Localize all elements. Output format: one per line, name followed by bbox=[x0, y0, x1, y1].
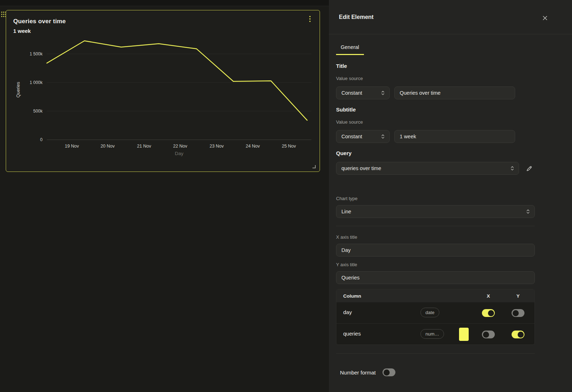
query-select[interactable]: queries over time bbox=[336, 162, 519, 175]
y-tick-label: 1 000k bbox=[30, 80, 43, 85]
chart-type-select[interactable]: Line bbox=[336, 205, 535, 218]
subtitle-source-value: Constant bbox=[341, 134, 381, 139]
day-y-toggle[interactable] bbox=[512, 309, 524, 317]
title-section-heading: Title bbox=[336, 63, 347, 69]
subtitle-source-select[interactable]: Constant bbox=[336, 130, 390, 143]
section-divider bbox=[336, 226, 535, 226]
y-tick-label: 0 bbox=[40, 137, 43, 142]
header-divider bbox=[329, 34, 572, 34]
pencil-icon bbox=[526, 165, 533, 172]
tab-general[interactable]: General bbox=[336, 40, 364, 55]
x-tick-label: 20 Nov bbox=[100, 144, 115, 149]
type-badge: num… bbox=[420, 329, 444, 339]
series-color-swatch[interactable] bbox=[459, 328, 469, 341]
table-row-day: day date bbox=[336, 302, 534, 323]
type-badge: date bbox=[420, 308, 439, 317]
y-axis-title-value: Queries bbox=[341, 275, 530, 281]
subtitle-value-input[interactable]: 1 week bbox=[394, 130, 515, 143]
panel-title: Edit Element bbox=[339, 14, 374, 20]
toggle-knob bbox=[483, 332, 489, 338]
title-value-source-label: Value source bbox=[336, 76, 363, 81]
chevron-up-down-icon bbox=[510, 165, 514, 171]
x-axis-title-input[interactable]: Day bbox=[336, 244, 535, 257]
number-format-toggle[interactable] bbox=[383, 368, 395, 376]
column-name: queries bbox=[343, 331, 361, 337]
number-format-label: Number format bbox=[340, 369, 376, 376]
columns-table: Column X Y day date queries num… bbox=[336, 289, 535, 345]
chevron-up-down-icon bbox=[381, 134, 385, 139]
queries-y-toggle[interactable] bbox=[512, 331, 524, 338]
column-name: day bbox=[343, 309, 352, 315]
toggle-knob bbox=[518, 332, 524, 338]
y-axis-title-input[interactable]: Queries bbox=[336, 271, 535, 284]
edit-element-panel: Edit Element General Title Value source … bbox=[329, 0, 572, 392]
x-tick-label: 19 Nov bbox=[65, 144, 79, 149]
chart-type-label: Chart type bbox=[336, 196, 358, 201]
day-x-toggle[interactable] bbox=[482, 309, 495, 317]
columns-table-header: Column X Y bbox=[336, 289, 534, 302]
chart-type-value: Line bbox=[341, 209, 526, 214]
y-header: Y bbox=[512, 293, 524, 299]
subtitle-section-heading: Subtitle bbox=[336, 106, 356, 113]
tab-general-label: General bbox=[341, 44, 359, 50]
resize-handle[interactable] bbox=[312, 165, 316, 168]
y-tick-label: 500k bbox=[33, 109, 43, 114]
chevron-up-down-icon bbox=[526, 209, 530, 214]
subtitle-value-source-label: Value source bbox=[336, 119, 363, 125]
table-row-queries: queries num… bbox=[336, 323, 534, 344]
number-format-row: Number format bbox=[340, 368, 395, 376]
section-divider bbox=[336, 353, 535, 354]
y-axis-title: Queries bbox=[16, 82, 21, 98]
y-axis-title-label: Y axis title bbox=[336, 262, 357, 267]
chevron-up-down-icon bbox=[381, 90, 385, 96]
y-tick-label: 1 500k bbox=[30, 51, 43, 56]
x-axis-title-value: Day bbox=[341, 247, 530, 253]
x-header: X bbox=[482, 293, 495, 299]
subtitle-value-text: 1 week bbox=[400, 134, 511, 139]
query-select-value: queries over time bbox=[341, 165, 510, 171]
title-value-text: Queries over time bbox=[400, 90, 511, 96]
query-section-heading: Query bbox=[336, 150, 351, 156]
toggle-knob bbox=[384, 369, 390, 376]
top-strip bbox=[0, 0, 329, 6]
x-tick-label: 23 Nov bbox=[209, 144, 224, 149]
query-edit-button[interactable] bbox=[525, 164, 533, 173]
close-button[interactable] bbox=[541, 14, 549, 22]
x-tick-label: 22 Nov bbox=[173, 144, 187, 149]
close-icon bbox=[543, 16, 547, 20]
column-header: Column bbox=[343, 293, 361, 299]
x-axis-title: Day bbox=[175, 151, 183, 156]
x-tick-label: 21 Nov bbox=[137, 144, 151, 149]
title-source-value: Constant bbox=[341, 90, 381, 96]
dashboard-canvas: Queries over time 1 week 0500k1 000k1 50… bbox=[0, 0, 329, 392]
series-line-queries bbox=[47, 41, 307, 120]
app-root: Queries over time 1 week 0500k1 000k1 50… bbox=[0, 0, 572, 392]
x-tick-label: 25 Nov bbox=[282, 144, 296, 149]
x-axis-title-label: X axis title bbox=[336, 234, 357, 240]
chart-card[interactable]: Queries over time 1 week 0500k1 000k1 50… bbox=[6, 10, 320, 172]
x-tick-label: 24 Nov bbox=[246, 144, 260, 149]
queries-x-toggle[interactable] bbox=[482, 331, 495, 338]
toggle-knob bbox=[513, 310, 519, 316]
toggle-knob bbox=[488, 310, 494, 316]
title-source-select[interactable]: Constant bbox=[336, 86, 390, 99]
title-value-input[interactable]: Queries over time bbox=[394, 86, 515, 99]
line-chart: 0500k1 000k1 500k19 Nov20 Nov21 Nov22 No… bbox=[6, 10, 319, 171]
